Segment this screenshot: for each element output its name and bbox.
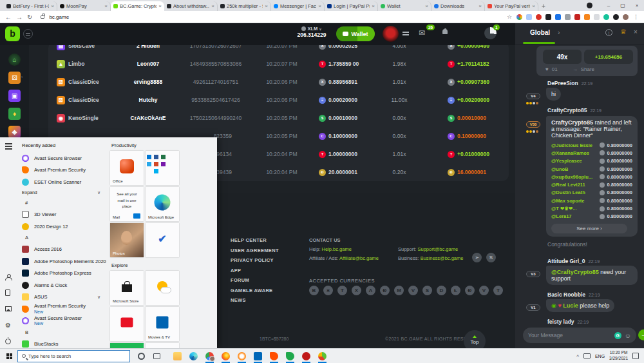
player-cell[interactable]: Hutchy xyxy=(122,97,174,103)
extension-icon[interactable] xyxy=(555,14,561,20)
taskbar-app-icon[interactable] xyxy=(205,352,214,360)
start-menu-item[interactable]: Avast Secure BrowserNew xyxy=(17,315,107,328)
start-menu-item[interactable]: 3D Viewer xyxy=(17,209,107,221)
back-button[interactable]: ← xyxy=(5,14,12,21)
inbox-icon[interactable]: ✉ xyxy=(419,28,425,37)
tab-close-icon[interactable]: × xyxy=(265,3,268,9)
start-menu-item[interactable]: Access 2016 xyxy=(17,244,107,256)
wallet-button[interactable]: Wallet xyxy=(336,26,375,41)
send-button[interactable]: → xyxy=(638,329,644,340)
forward-button[interactable]: → xyxy=(16,14,23,21)
start-menu-item[interactable]: Alarms & Clock xyxy=(17,279,107,291)
settings-gear-icon[interactable]: ⚙ xyxy=(5,322,11,329)
window-maximize-button[interactable]: ▢ xyxy=(616,0,630,11)
bet-table-row[interactable]: ⚄ClassicDice erving8888 492611274016751 … xyxy=(48,73,509,91)
share-button[interactable]: Share xyxy=(581,66,594,72)
player-cell[interactable]: Leon007 xyxy=(122,61,174,67)
user-account-icon[interactable] xyxy=(5,274,11,280)
start-menu-item[interactable]: Recently added xyxy=(17,139,107,152)
bookmark-star-icon[interactable]: ☆ xyxy=(507,14,512,20)
chat-username[interactable]: Basic Roobbie22:19 xyxy=(547,291,600,298)
user-avatar[interactable] xyxy=(383,26,399,42)
tab-close-icon[interactable]: × xyxy=(372,3,375,9)
sidebar-nav-icon[interactable]: ▣ xyxy=(8,90,21,102)
sidebar-nav-icon[interactable]: ⌂ xyxy=(8,54,21,66)
window-minimize-button[interactable]: – xyxy=(601,0,616,11)
browser-tab[interactable]: Messenger | Fac... × xyxy=(271,1,325,11)
player-cell[interactable]: CrAKcOkAnE xyxy=(122,115,174,121)
rain-recipient-name[interactable]: @Judicious Essie xyxy=(551,142,600,148)
player-cell[interactable]: erving8888 xyxy=(122,79,174,85)
bcgame-logo[interactable]: b xyxy=(5,26,20,41)
footer-link[interactable]: USER AGREEMENT xyxy=(231,248,279,258)
mention[interactable]: Lucie xyxy=(563,302,578,309)
bet-table-row[interactable]: ◉KenoSingle CrAKcOkAnE 17502150644990240… xyxy=(48,109,509,127)
sidebar-nav-icon[interactable]: ♦ xyxy=(8,108,21,120)
start-menu-item[interactable]: # xyxy=(17,198,107,209)
start-button[interactable] xyxy=(6,353,9,356)
sidebar-nav-icon[interactable]: ⚄ xyxy=(8,72,21,84)
extension-icon[interactable] xyxy=(516,14,522,20)
footer-link[interactable]: APP xyxy=(231,268,279,278)
reload-button[interactable]: ↻ xyxy=(27,14,32,21)
like-heart-icon[interactable]: ♥ xyxy=(545,66,549,72)
start-tile[interactable]: Movies & TV xyxy=(146,307,179,341)
game-cell[interactable]: ⚄ClassicDice xyxy=(48,78,122,86)
chat-username[interactable]: CraftyCrypto8522:19 xyxy=(547,107,601,113)
tray-expand-icon[interactable]: ^ xyxy=(576,353,579,359)
documents-icon[interactable] xyxy=(5,289,10,296)
sidebar-nav-icon[interactable]: ◆ xyxy=(8,126,21,138)
extension-icon[interactable] xyxy=(565,14,571,20)
affiliate-link[interactable]: Affiliate@bc.game xyxy=(339,255,379,261)
game-cell[interactable]: ◉KenoSingle xyxy=(48,114,122,123)
start-tile[interactable]: See all your mail in one place Mail xyxy=(110,187,144,221)
balance-selector[interactable]: XLM∨ 206.314229 xyxy=(289,26,335,38)
tab-close-icon[interactable]: × xyxy=(478,3,482,9)
chat-expand-icon[interactable]: › xyxy=(558,29,560,36)
footer-link[interactable]: NEWS xyxy=(231,297,279,308)
chat-rules-icon[interactable]: ! xyxy=(605,29,612,36)
taskbar-app-icon[interactable] xyxy=(270,352,278,360)
extension-icon[interactable] xyxy=(545,14,551,20)
chat-input[interactable]: Your Message G ☺ xyxy=(523,328,636,343)
footer-link[interactable]: FORUM xyxy=(231,277,279,288)
extension-icon[interactable] xyxy=(526,14,532,20)
taskbar-app-icon[interactable] xyxy=(173,352,182,360)
business-link[interactable]: Business@bc.game xyxy=(421,255,464,261)
rain-recipient-name[interactable]: @unoB xyxy=(551,166,600,172)
start-menu-item[interactable]: ASUS ∨ xyxy=(17,291,107,304)
rain-recipient-name[interactable]: @Real Levt211 xyxy=(551,182,600,188)
rain-recipient-name[interactable]: @Lera17 xyxy=(551,213,600,219)
action-center-icon[interactable] xyxy=(632,353,639,359)
start-menu-item[interactable]: Adobe Photoshop Express xyxy=(17,268,107,280)
game-cell[interactable]: ⚄ClassicDice xyxy=(48,96,122,104)
rain-recipient-name[interactable]: @Max soporte xyxy=(551,198,600,204)
start-menu-item[interactable]: Avast Premium Security xyxy=(17,164,107,177)
browser-tab[interactable]: About withdraw... × xyxy=(164,1,218,11)
taskbar-app-icon[interactable] xyxy=(318,352,327,360)
tab-close-icon[interactable]: × xyxy=(318,3,321,9)
start-menu-item[interactable]: Adobe Photoshop Elements 2020 xyxy=(17,255,107,268)
new-tab-button[interactable]: + xyxy=(538,1,549,11)
extension-icon[interactable] xyxy=(574,14,580,20)
support-link[interactable]: Support@bc.game xyxy=(417,246,458,252)
start-tile[interactable] xyxy=(146,271,179,305)
taskbar-app-icon[interactable] xyxy=(189,352,198,360)
window-close-button[interactable]: × xyxy=(630,0,644,11)
extension-icon[interactable] xyxy=(536,14,542,20)
site-menu-icon[interactable] xyxy=(23,29,33,39)
browser-tab[interactable]: Downloads × xyxy=(431,1,485,11)
power-icon[interactable] xyxy=(5,338,11,344)
footer-link[interactable]: HELP CENTER xyxy=(231,237,279,248)
tab-close-icon[interactable]: × xyxy=(532,3,535,9)
start-tile[interactable]: Photos xyxy=(110,223,144,257)
tab-close-icon[interactable]: × xyxy=(51,3,54,9)
taskbar-app-icon[interactable] xyxy=(286,352,294,360)
bet-share-card[interactable]: 49x +19.654656 ♥ 01 → Share xyxy=(536,46,638,76)
task-view-button[interactable] xyxy=(153,353,160,359)
extension-icon[interactable] xyxy=(584,14,590,20)
help-link[interactable]: Help.bc.game xyxy=(322,246,352,252)
start-tile[interactable]: Microsoft Edge xyxy=(146,187,179,221)
start-menu-item[interactable]: Avast Secure Browser xyxy=(17,152,107,164)
hamburger-icon[interactable] xyxy=(5,143,12,144)
